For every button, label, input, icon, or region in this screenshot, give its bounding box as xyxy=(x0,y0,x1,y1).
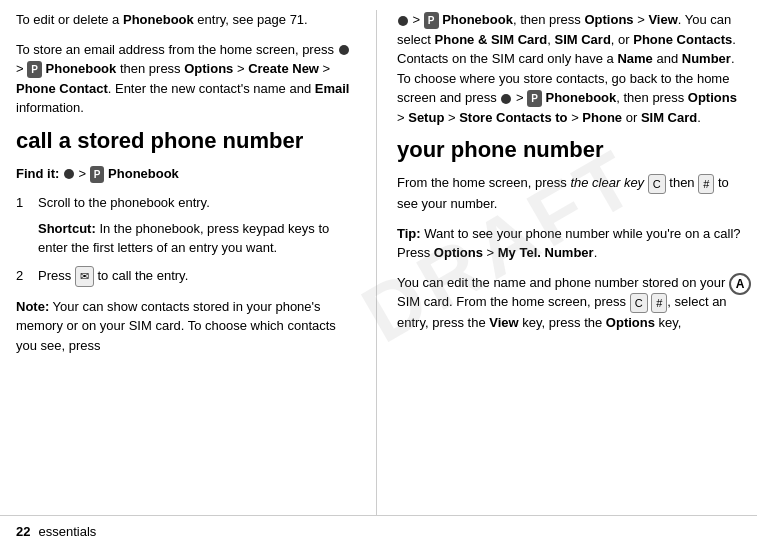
right-section-heading: your phone number xyxy=(397,137,741,163)
left-column: To edit or delete a Phonebook entry, see… xyxy=(16,10,356,515)
options-label1: Options xyxy=(184,61,233,76)
shortcut-label: Shortcut: xyxy=(38,221,96,236)
note-label: Note: xyxy=(16,299,49,314)
left-section-heading: call a stored phone number xyxy=(16,128,356,154)
tip-label: Tip: xyxy=(397,226,421,241)
options-label2: Options xyxy=(584,12,633,27)
page-footer: 22 essentials xyxy=(0,515,757,547)
clear-key-label: the clear key xyxy=(570,175,644,190)
step-2-content: Press ✉ to call the entry. xyxy=(38,266,356,287)
sim-label: SIM Card xyxy=(641,110,697,125)
phonebook-icon4: P xyxy=(527,90,542,107)
call-key-icon: ✉ xyxy=(75,266,94,287)
page-number: 22 xyxy=(16,524,30,539)
view-label2: View xyxy=(489,315,518,330)
name-label: Name xyxy=(617,51,652,66)
clear-key-icon2: C xyxy=(648,174,666,195)
a-circle-icon: A xyxy=(729,273,751,295)
right-para1: > P Phonebook, then press Options > View… xyxy=(397,10,741,127)
step-2: 2 Press ✉ to call the entry. xyxy=(16,266,356,287)
hash-key-icon: # xyxy=(698,174,714,195)
phonebook-ref1: Phonebook xyxy=(123,12,194,27)
view-label: View xyxy=(648,12,677,27)
store-contacts-label: Store Contacts to xyxy=(459,110,567,125)
clear-key-icon3: C xyxy=(630,293,648,314)
shortcut-block: Shortcut: In the phonebook, press keypad… xyxy=(38,219,356,258)
phone-contact-label: Phone Contact xyxy=(16,81,108,96)
phonebook-icon3: P xyxy=(424,12,439,29)
step-1: 1 Scroll to the phonebook entry. Shortcu… xyxy=(16,193,356,258)
find-it-line: Find it: > P Phonebook xyxy=(16,164,356,184)
phone-label: Phone xyxy=(582,110,622,125)
nav-dot-icon1 xyxy=(339,45,349,55)
right-para2: From the home screen, press the clear ke… xyxy=(397,173,741,213)
phonebook-label3: Phonebook xyxy=(442,12,513,27)
nav-dot-icon2 xyxy=(64,169,74,179)
step-1-text: Scroll to the phonebook entry. xyxy=(38,195,210,210)
email-label: Email xyxy=(315,81,350,96)
tip-para: Tip: Want to see your phone number while… xyxy=(397,224,741,263)
footer-label: essentials xyxy=(38,524,96,539)
content-area: To edit or delete a Phonebook entry, see… xyxy=(0,0,757,515)
phonebook-label2: Phonebook xyxy=(108,166,179,181)
step-2-number: 2 xyxy=(16,266,30,287)
setup-label: Setup xyxy=(408,110,444,125)
phone-contacts-label: Phone Contacts xyxy=(633,32,732,47)
options-label4: Options xyxy=(434,245,483,260)
note-para: Note: Your can show contacts stored in y… xyxy=(16,297,356,356)
right-para3: You can edit the name and phone number s… xyxy=(397,273,741,333)
hash-key-icon2: # xyxy=(651,293,667,314)
my-tel-label: My Tel. Number xyxy=(498,245,594,260)
options-label5: Options xyxy=(606,315,655,330)
page-container: DRAFT To edit or delete a Phonebook entr… xyxy=(0,0,757,547)
options-label3: Options xyxy=(688,90,737,105)
step-1-number: 1 xyxy=(16,193,30,258)
create-new-label: Create New xyxy=(248,61,319,76)
phonebook-icon1: P xyxy=(27,61,42,78)
intro-para2: To store an email address from the home … xyxy=(16,40,356,118)
steps-list: 1 Scroll to the phonebook entry. Shortcu… xyxy=(16,193,356,286)
right-column: > P Phonebook, then press Options > View… xyxy=(376,10,741,515)
nav-dot-icon4 xyxy=(501,94,511,104)
note-text: Your can show contacts stored in your ph… xyxy=(16,299,336,353)
phonebook-label1: Phonebook xyxy=(46,61,117,76)
phone-sim-label: Phone & SIM Card xyxy=(435,32,548,47)
find-it-label: Find it: xyxy=(16,166,59,181)
phonebook-label4: Phonebook xyxy=(545,90,616,105)
nav-dot-icon3 xyxy=(398,16,408,26)
step-1-content: Scroll to the phonebook entry. Shortcut:… xyxy=(38,193,356,258)
intro-para1: To edit or delete a Phonebook entry, see… xyxy=(16,10,356,30)
sim-card-label: SIM Card xyxy=(555,32,611,47)
number-label: Number xyxy=(682,51,731,66)
phonebook-icon2: P xyxy=(90,166,105,183)
